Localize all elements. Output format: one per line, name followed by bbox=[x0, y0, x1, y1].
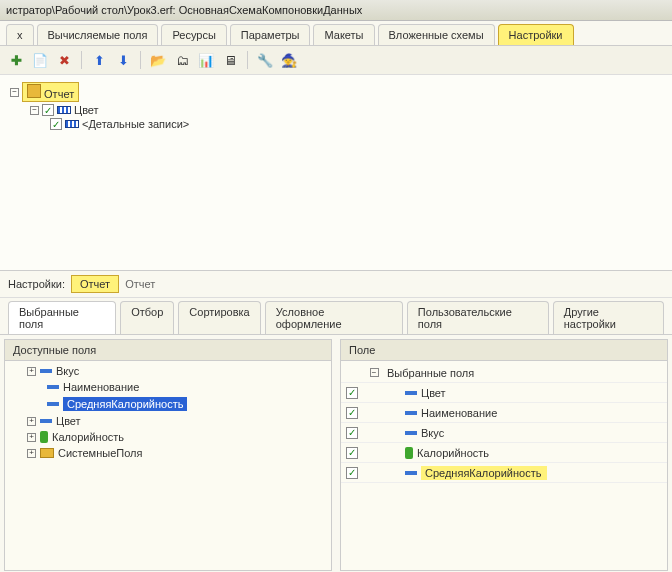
table-icon bbox=[57, 106, 71, 114]
field-dash-icon bbox=[40, 419, 52, 423]
tree-child-label[interactable]: Цвет bbox=[74, 104, 99, 116]
toolbar-separator bbox=[81, 51, 82, 69]
subtab-user-fields[interactable]: Пользовательские поля bbox=[407, 301, 549, 334]
selected-fields-list: − Выбранные поля ✓ Цвет ✓ Наименование bbox=[341, 361, 667, 570]
settings-bar: Настройки: Отчет Отчет bbox=[0, 271, 672, 298]
checkbox-icon[interactable]: ✓ bbox=[50, 118, 62, 130]
tab-resources[interactable]: Ресурсы bbox=[161, 24, 226, 45]
field-row[interactable]: ✓ СредняяКалорийность bbox=[341, 463, 667, 483]
table-button[interactable]: 🗂 bbox=[172, 50, 192, 70]
tab-layouts[interactable]: Макеты bbox=[313, 24, 374, 45]
field-label: Калорийность bbox=[417, 447, 489, 459]
doc-button[interactable]: 📄 bbox=[30, 50, 50, 70]
tree-root: − Отчет bbox=[10, 81, 662, 103]
field-dash-icon bbox=[40, 369, 52, 373]
field-dash-icon bbox=[405, 411, 417, 415]
structure-tree: − Отчет − ✓ Цвет ✓ <Детальные записи> bbox=[0, 75, 672, 271]
field-item[interactable]: + Цвет bbox=[5, 413, 331, 429]
field-row[interactable]: ✓ Цвет bbox=[341, 383, 667, 403]
field-label: Калорийность bbox=[52, 431, 124, 443]
checkbox-icon[interactable]: ✓ bbox=[346, 407, 358, 419]
selected-fields-panel: Поле − Выбранные поля ✓ Цвет ✓ Н bbox=[340, 339, 668, 571]
field-item[interactable]: + Калорийность bbox=[5, 429, 331, 445]
subtab-sort[interactable]: Сортировка bbox=[178, 301, 260, 334]
tree-toggle-icon[interactable]: − bbox=[10, 88, 19, 97]
mini-tab-report[interactable]: Отчет bbox=[125, 278, 155, 290]
split-area: Доступные поля + Вкус Наименование Средн… bbox=[0, 335, 672, 572]
field-label-highlighted: СредняяКалорийность bbox=[421, 466, 547, 480]
field-item[interactable]: + Вкус bbox=[5, 363, 331, 379]
resource-icon bbox=[40, 431, 48, 443]
tree-child-label[interactable]: <Детальные записи> bbox=[82, 118, 189, 130]
field-item[interactable]: Наименование bbox=[5, 379, 331, 395]
field-label: Вкус bbox=[421, 427, 444, 439]
available-fields-panel: Доступные поля + Вкус Наименование Средн… bbox=[4, 339, 332, 571]
sub-tabs: Выбранные поля Отбор Сортировка Условное… bbox=[0, 298, 672, 335]
collapse-icon[interactable]: − bbox=[370, 368, 379, 377]
field-row[interactable]: ✓ Калорийность bbox=[341, 443, 667, 463]
field-dash-icon bbox=[47, 385, 59, 389]
down-button[interactable]: ⬇ bbox=[113, 50, 133, 70]
available-fields-list: + Вкус Наименование СредняяКалорийность … bbox=[5, 361, 331, 570]
group-row[interactable]: − Выбранные поля bbox=[341, 363, 667, 383]
toolbar-separator bbox=[140, 51, 141, 69]
tab-calc-fields[interactable]: Вычисляемые поля bbox=[37, 24, 159, 45]
screen-button[interactable]: 🖥 bbox=[220, 50, 240, 70]
subtab-other[interactable]: Другие настройки bbox=[553, 301, 664, 334]
subtab-selected-fields[interactable]: Выбранные поля bbox=[8, 301, 116, 334]
field-column-header: Поле bbox=[341, 340, 667, 361]
tab-x[interactable]: х bbox=[6, 24, 34, 45]
tab-nested[interactable]: Вложенные схемы bbox=[378, 24, 495, 45]
expand-icon[interactable]: + bbox=[27, 367, 36, 376]
field-row[interactable]: ✓ Вкус bbox=[341, 423, 667, 443]
field-item-selected[interactable]: СредняяКалорийность bbox=[5, 395, 331, 413]
toolbar: ✚ 📄 ✖ ⬆ ⬇ 📂 🗂 📊 🖥 🔧 🧙 bbox=[0, 46, 672, 75]
checkbox-icon[interactable]: ✓ bbox=[346, 427, 358, 439]
tree-root-label: Отчет bbox=[44, 88, 74, 100]
wizard-button[interactable]: 🧙 bbox=[279, 50, 299, 70]
field-row[interactable]: ✓ Наименование bbox=[341, 403, 667, 423]
props-button[interactable]: 🔧 bbox=[255, 50, 275, 70]
mini-tab-report-active[interactable]: Отчет bbox=[71, 275, 119, 293]
field-dash-icon bbox=[405, 431, 417, 435]
expand-icon[interactable]: + bbox=[27, 417, 36, 426]
subtab-filter[interactable]: Отбор bbox=[120, 301, 174, 334]
delete-button[interactable]: ✖ bbox=[54, 50, 74, 70]
chart-button[interactable]: 📊 bbox=[196, 50, 216, 70]
tree-toggle-icon[interactable]: − bbox=[30, 106, 39, 115]
table-icon bbox=[65, 120, 79, 128]
field-dash-icon bbox=[405, 391, 417, 395]
field-label: Наименование bbox=[421, 407, 497, 419]
settings-label: Настройки: bbox=[8, 278, 65, 290]
subtab-conditional[interactable]: Условное оформление bbox=[265, 301, 403, 334]
checkbox-icon[interactable]: ✓ bbox=[346, 387, 358, 399]
field-label: СредняяКалорийность bbox=[63, 397, 187, 411]
open-button[interactable]: 📂 bbox=[148, 50, 168, 70]
field-label: Цвет bbox=[421, 387, 446, 399]
resource-icon bbox=[405, 447, 413, 459]
expand-icon[interactable]: + bbox=[27, 449, 36, 458]
group-label: Выбранные поля bbox=[385, 367, 667, 379]
checkbox-icon[interactable]: ✓ bbox=[42, 104, 54, 116]
expand-icon[interactable]: + bbox=[27, 433, 36, 442]
up-button[interactable]: ⬆ bbox=[89, 50, 109, 70]
checkbox-icon[interactable]: ✓ bbox=[346, 447, 358, 459]
tab-params[interactable]: Параметры bbox=[230, 24, 311, 45]
report-icon bbox=[27, 84, 41, 98]
window-title: истратор\Рабочий стол\Урок3.erf: Основна… bbox=[0, 0, 672, 21]
field-label: Вкус bbox=[56, 365, 79, 377]
tree-root-item[interactable]: Отчет bbox=[22, 82, 79, 102]
folder-icon bbox=[40, 448, 54, 458]
tree-child: ✓ <Детальные записи> bbox=[50, 117, 662, 131]
field-dash-icon bbox=[47, 402, 59, 406]
tree-child: − ✓ Цвет bbox=[30, 103, 662, 117]
field-label: Цвет bbox=[56, 415, 81, 427]
field-dash-icon bbox=[405, 471, 417, 475]
field-label: Наименование bbox=[63, 381, 139, 393]
add-button[interactable]: ✚ bbox=[6, 50, 26, 70]
checkbox-icon[interactable]: ✓ bbox=[346, 467, 358, 479]
main-tabs: х Вычисляемые поля Ресурсы Параметры Мак… bbox=[0, 21, 672, 46]
available-fields-header: Доступные поля bbox=[5, 340, 331, 361]
field-item[interactable]: + СистемныеПоля bbox=[5, 445, 331, 461]
tab-settings[interactable]: Настройки bbox=[498, 24, 574, 45]
